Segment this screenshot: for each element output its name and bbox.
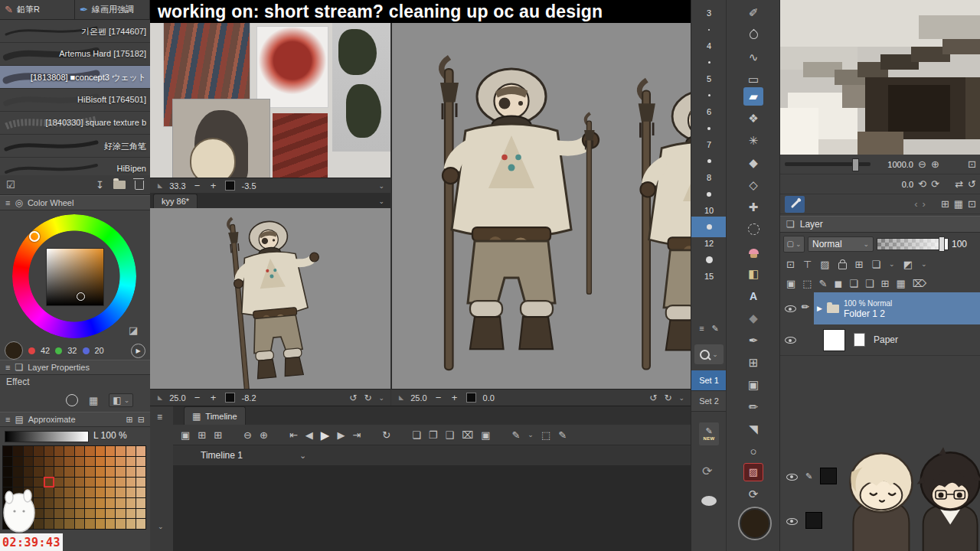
transfer-layer-icon[interactable]: ⊞ (881, 279, 890, 289)
palette-swatch[interactable] (126, 467, 136, 477)
palette-swatch[interactable] (44, 457, 54, 467)
chevron-down-icon[interactable]: ⌄ (378, 394, 384, 402)
palette-swatch[interactable] (64, 487, 74, 497)
palette-swatch[interactable] (126, 509, 136, 519)
palette-swatch[interactable] (34, 467, 43, 477)
fit-screen-icon[interactable] (466, 393, 476, 403)
kneaded-eraser-icon[interactable] (701, 496, 717, 506)
brush-size-item[interactable]: 3 (691, 0, 727, 19)
current-color-indicator[interactable] (738, 507, 772, 540)
palette-swatch[interactable] (136, 478, 145, 487)
quick-mask-icon[interactable]: ▣ (786, 279, 795, 289)
palette-swatch[interactable] (44, 446, 54, 456)
palette-swatch[interactable] (116, 467, 125, 477)
border-effect-icon[interactable] (66, 394, 78, 406)
loop-playback-icon[interactable]: ↻ (382, 430, 390, 440)
palette-swatch[interactable] (136, 457, 145, 467)
prev-frame-icon[interactable]: ◀ (305, 430, 313, 440)
palette-swatch[interactable] (24, 467, 33, 477)
chevron-down-icon[interactable]: ⌄ (158, 523, 164, 530)
new-layer-icon[interactable]: ❏ (849, 279, 858, 289)
layer-color-dropdown[interactable]: ◧ ⌄ (109, 393, 133, 407)
brush-size-item[interactable]: 8 (691, 151, 727, 184)
render-frames-icon[interactable]: ▣ (481, 430, 490, 440)
brush-item-selected[interactable]: [1813808] ■concept3 ウェット (0, 66, 150, 89)
palette-swatch[interactable] (75, 467, 84, 477)
marker-tool-selected[interactable]: ▰ (727, 85, 780, 107)
window-icon[interactable]: ⊡ (968, 199, 976, 209)
palette-swatch[interactable] (96, 487, 105, 497)
history-back-icon[interactable]: ‹ (914, 199, 917, 209)
zoom-out-button[interactable]: − (193, 392, 202, 403)
palette-swatch[interactable] (126, 446, 136, 456)
zoom-out-button[interactable]: − (434, 392, 443, 403)
palette-swatch[interactable] (126, 498, 136, 508)
new-item-badge[interactable]: ✎ NEW (699, 422, 719, 445)
undo-icon[interactable]: ↺ (649, 393, 657, 403)
palette-swatch[interactable] (24, 457, 33, 467)
palette-swatch[interactable] (34, 446, 43, 456)
palette-swatch[interactable] (64, 457, 74, 467)
brush-item[interactable]: 기온펜 [1744607] (0, 20, 150, 43)
palette-swatch[interactable] (54, 457, 64, 467)
palette-swatch[interactable] (96, 498, 105, 508)
edit-layer-icon[interactable]: ✎ (819, 279, 828, 289)
palette-swatch[interactable] (106, 487, 115, 497)
canvas-view-left[interactable] (150, 208, 390, 389)
palette-swatch[interactable] (85, 487, 94, 497)
chevron-down-icon[interactable]: ⌄ (528, 431, 534, 439)
palette-swatch[interactable] (75, 446, 84, 456)
layer-visibility-icon[interactable] (785, 334, 796, 344)
eyedropper-button[interactable] (785, 196, 805, 213)
palette-swatch[interactable] (85, 519, 94, 529)
palette-swatch[interactable] (126, 457, 136, 467)
track-list-icon[interactable]: ⊞ (198, 430, 206, 440)
fit-screen-icon[interactable] (225, 181, 235, 191)
palette-swatch[interactable] (136, 509, 145, 519)
panel-menu-icon[interactable]: ≡ (699, 324, 704, 333)
zoom-slider-handle[interactable] (852, 158, 859, 171)
palette-swatch[interactable] (54, 446, 64, 456)
move-tool[interactable]: ✚ (727, 196, 780, 218)
new-folder-icon[interactable] (113, 181, 126, 189)
palette-swatch[interactable] (75, 509, 84, 519)
palette-swatch[interactable] (24, 446, 33, 456)
wheel-mode-toggle-icon[interactable]: ◪ (129, 324, 138, 336)
palette-swatch[interactable] (126, 478, 136, 487)
palette-swatch[interactable] (64, 446, 74, 456)
history-forward-icon[interactable]: › (923, 199, 926, 209)
balloon-tool[interactable]: ◆ (727, 307, 780, 329)
batch-cel-icon[interactable]: ❑ (446, 430, 455, 440)
pencil-tool[interactable]: ✏ (727, 396, 780, 418)
clip-to-layer-icon[interactable]: ⊡ (786, 259, 795, 269)
saturation-value-box[interactable] (46, 248, 104, 306)
lock-layer-icon[interactable] (838, 262, 847, 269)
palette-swatch[interactable] (54, 498, 64, 508)
panel-menu-icon[interactable]: ≡ (157, 412, 162, 422)
hue-marker[interactable] (29, 231, 40, 242)
palette-swatch[interactable] (96, 457, 105, 467)
palette-swatch[interactable] (106, 498, 115, 508)
layer-visibility-icon[interactable] (786, 516, 798, 526)
palette-swatch[interactable] (96, 478, 105, 487)
timeline-tab[interactable]: ▦ Timeline (184, 406, 246, 425)
navigator-rotate-value[interactable]: 0.0 (875, 180, 913, 189)
resize-corner-icon[interactable]: ◣ (399, 394, 403, 401)
chevron-down-icon[interactable]: ⌄ (378, 182, 384, 190)
pen-tool[interactable]: ✒ (727, 329, 780, 351)
paper-layer-thumbnail[interactable] (823, 329, 845, 351)
palette-swatch[interactable] (13, 457, 22, 467)
reset-view-icon[interactable]: ↺ (968, 179, 976, 189)
panel-menu-icon[interactable]: ≡ (5, 364, 10, 372)
resize-corner-icon[interactable]: ◣ (158, 182, 162, 189)
palette-swatch[interactable] (75, 487, 84, 497)
cupcake-subtool[interactable] (727, 240, 780, 262)
rotate-ccw-icon[interactable]: ⟲ (918, 179, 926, 189)
zoom-in-icon[interactable]: ⊕ (931, 159, 939, 169)
blend-tool[interactable]: ∿ (727, 46, 780, 68)
import-brush-icon[interactable]: ↧ (96, 180, 104, 190)
new-cel-icon[interactable]: ❏ (412, 430, 421, 440)
expand-sliders-icon[interactable]: ▶ (131, 344, 145, 358)
zoom-out-button[interactable]: − (193, 180, 202, 191)
palette-swatch[interactable] (44, 467, 54, 477)
